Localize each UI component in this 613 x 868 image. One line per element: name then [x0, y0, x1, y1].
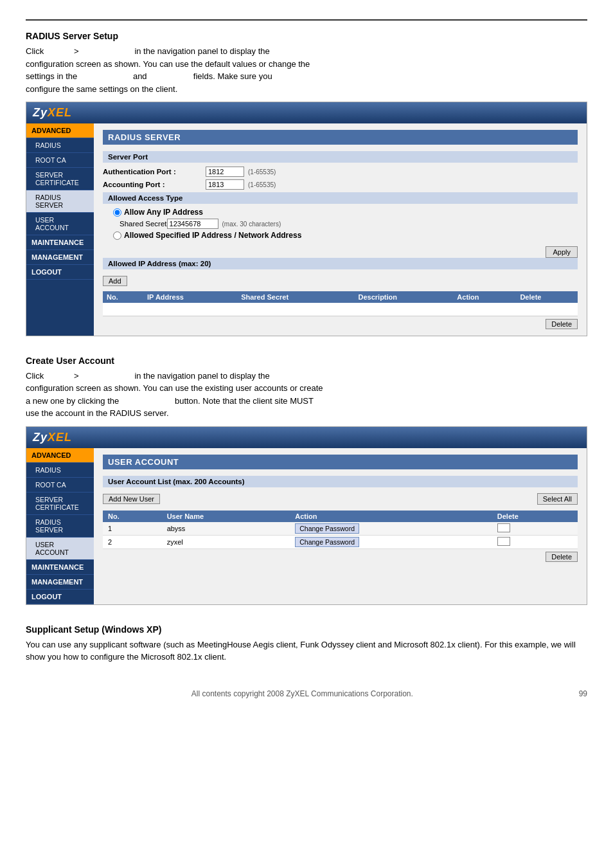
table-row: [103, 303, 578, 316]
user-no: 1: [103, 522, 162, 536]
sidebar-logout-1[interactable]: LOGOUT: [26, 265, 94, 280]
col-shared: Shared Secret: [237, 291, 354, 303]
sidebar-advanced-2[interactable]: ADVANCED: [26, 448, 94, 463]
acct-port-hint: (1-65535): [248, 181, 276, 188]
radio-group: Allow Any IP Address Shared Secret (max.…: [103, 208, 578, 240]
sidebar-useraccount-1[interactable]: USER ACCOUNT: [26, 213, 94, 235]
server-port-bar: Server Port: [103, 151, 578, 163]
radius-body: ADVANCED RADIUS ROOT CA SERVER CERTIFICA…: [26, 123, 587, 336]
ua-sidebar: ADVANCED RADIUS ROOT CA SERVER CERTIFICA…: [26, 448, 94, 604]
col-delete: Delete: [516, 291, 578, 303]
radius-intro: Click > in the navigation panel to displ…: [26, 45, 587, 95]
change-password-button[interactable]: Change Password: [295, 537, 359, 547]
acct-port-row: Accounting Port : (1-65535): [103, 179, 578, 190]
shared-secret-hint: (max. 30 characters): [222, 221, 281, 228]
delete-button-2[interactable]: Delete: [546, 552, 578, 562]
delete-checkbox[interactable]: [497, 537, 510, 546]
table-row: 2 zyxel Change Password: [103, 535, 578, 548]
table-header-row: No. IP Address Shared Secret Description…: [103, 291, 578, 303]
ua-toolbar: Add New User Select All: [103, 491, 578, 507]
footer-text: All contents copyright 2008 ZyXEL Commun…: [191, 689, 413, 698]
ua-col-delete: Delete: [492, 511, 578, 522]
ua-body: ADVANCED RADIUS ROOT CA SERVER CERTIFICA…: [26, 448, 587, 604]
sidebar-radius-2[interactable]: RADIUS: [26, 463, 94, 478]
radius-server-title: RADIUS SERVER: [103, 130, 578, 145]
footer: All contents copyright 2008 ZyXEL Commun…: [26, 683, 587, 698]
user-account-section: Create User Account Click > in the navig…: [26, 356, 587, 420]
add-ip-button[interactable]: Add: [103, 276, 127, 286]
user-action: Change Password: [290, 535, 492, 548]
add-user-button[interactable]: Add New User: [103, 494, 160, 504]
radio-any-row: Allow Any IP Address: [113, 208, 578, 217]
sidebar-maintenance-2[interactable]: MAINTENANCE: [26, 560, 94, 575]
radio-specified-input[interactable]: [113, 231, 121, 240]
radio-specified-label: Allowed Specified IP Address / Network A…: [124, 231, 301, 240]
zyxel-logo-2: ZyXEL: [33, 431, 72, 444]
sidebar-logout-2[interactable]: LOGOUT: [26, 590, 94, 604]
zyxel-header-2: ZyXEL: [26, 427, 587, 448]
radius-intro-line3: settings in the and fields. Make sure yo…: [26, 71, 272, 81]
ua-main-content: USER ACCOUNT User Account List (max. 200…: [94, 448, 587, 604]
supplicant-section: Supplicant Setup (Windows XP) You can us…: [26, 624, 587, 664]
ua-col-no: No.: [103, 511, 162, 522]
radius-intro-line1: Click > in the navigation panel to displ…: [26, 46, 270, 56]
allowed-ip-section: Allowed IP Address (max: 20) Add No. IP …: [103, 258, 578, 329]
change-password-button[interactable]: Change Password: [295, 523, 359, 534]
sidebar-rootca-1[interactable]: ROOT CA: [26, 153, 94, 168]
table-row: 1 abyss Change Password: [103, 522, 578, 536]
user-no: 2: [103, 535, 162, 548]
col-action: Action: [453, 291, 516, 303]
allowed-ip-bar: Allowed IP Address (max: 20): [103, 258, 578, 269]
zy-text: Zy: [33, 106, 48, 119]
user-action: Change Password: [290, 522, 492, 536]
radio-specified-row: Allowed Specified IP Address / Network A…: [113, 231, 578, 240]
ua-intro-line1: Click > in the navigation panel to displ…: [26, 371, 270, 381]
xel-text-2: XEL: [48, 431, 72, 444]
sidebar-radius-1[interactable]: RADIUS: [26, 138, 94, 153]
user-delete: [492, 535, 578, 548]
page-number: 99: [579, 689, 587, 698]
shared-secret-label: Shared Secret: [120, 220, 167, 228]
sidebar-radiusserver-2[interactable]: RADIUS SERVER: [26, 515, 94, 538]
auth-port-input[interactable]: [206, 167, 244, 177]
sidebar-servercert-1[interactable]: SERVER CERTIFICATE: [26, 168, 94, 190]
ua-intro-line3: a new one by clicking the button. Note t…: [26, 396, 314, 406]
col-no: No.: [103, 291, 143, 303]
acct-port-input[interactable]: [206, 179, 244, 190]
sidebar-management-2[interactable]: MANAGEMENT: [26, 575, 94, 590]
sidebar-management-1[interactable]: MANAGEMENT: [26, 250, 94, 265]
delete-area: Delete: [103, 319, 578, 329]
shared-secret-row: Shared Secret (max. 30 characters): [120, 219, 578, 229]
apply-button[interactable]: Apply: [546, 246, 578, 258]
sidebar-rootca-2[interactable]: ROOT CA: [26, 478, 94, 493]
radius-main-content: RADIUS SERVER Server Port Authentication…: [94, 123, 587, 336]
radius-intro-line4: configure the same settings on the clien…: [26, 84, 177, 94]
ua-col-action: Action: [290, 511, 492, 522]
sidebar-useraccount-2[interactable]: USER ACCOUNT: [26, 538, 94, 560]
user-account-table: No. User Name Action Delete 1 abyss Chan…: [103, 511, 578, 549]
acct-port-label: Accounting Port :: [103, 181, 206, 188]
sidebar-servercert-2[interactable]: SERVER CERTIFICATE: [26, 493, 94, 515]
delete-checkbox[interactable]: [497, 523, 510, 532]
radio-any-input[interactable]: [113, 208, 121, 217]
shared-secret-input[interactable]: [167, 219, 218, 229]
sidebar-advanced-1[interactable]: ADVANCED: [26, 123, 94, 138]
col-desc: Description: [355, 291, 454, 303]
user-name: abyss: [162, 522, 290, 536]
empty-row: [103, 303, 578, 316]
ip-address-table: No. IP Address Shared Secret Description…: [103, 291, 578, 316]
ua-intro-line2: configuration screen as shown. You can u…: [26, 383, 323, 393]
sidebar-maintenance-1[interactable]: MAINTENANCE: [26, 235, 94, 250]
ua-section-title: USER ACCOUNT: [103, 455, 578, 469]
auth-port-label: Authentication Port :: [103, 168, 206, 176]
delete-button-1[interactable]: Delete: [546, 319, 578, 329]
user-delete: [492, 522, 578, 536]
zyxel-logo-1: ZyXEL: [33, 106, 72, 120]
radius-heading: RADIUS Server Setup: [26, 31, 587, 41]
select-all-button[interactable]: Select All: [537, 493, 578, 505]
sidebar-radiusserver-1[interactable]: RADIUS SERVER: [26, 190, 94, 213]
ua-list-bar: User Account List (max. 200 Accounts): [103, 476, 578, 487]
user-account-intro: Click > in the navigation panel to displ…: [26, 370, 587, 420]
user-account-heading: Create User Account: [26, 356, 587, 366]
top-divider: [26, 19, 587, 21]
